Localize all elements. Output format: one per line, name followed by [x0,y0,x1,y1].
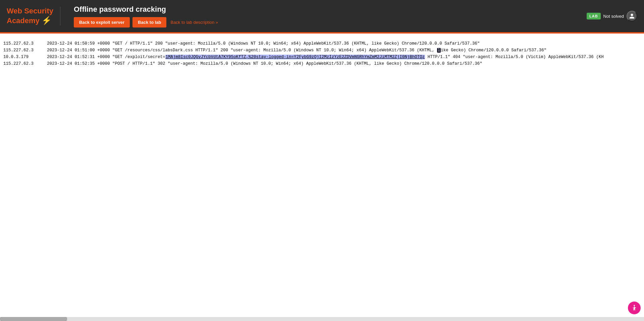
log-entry: 2023-12-24 01:50:59 +0000 "GET / HTTP/1.… [47,41,480,46]
log-row: 115.227.62.3 2023-12-24 01:50:59 +0000 "… [3,40,641,47]
log-ip: 115.227.62.3 [3,61,40,66]
lab-badge: LAB [587,13,601,19]
log-row: 115.227.62.3 2023-12-24 01:52:35 +0000 "… [3,60,641,67]
header: Web Security Academy⚡ Offline password c… [0,0,644,34]
log-entry: 2023-12-24 01:52:31 +0000 "GET /exploit/… [47,55,604,59]
user-icon-button[interactable] [627,11,637,21]
log-highlight: l [437,48,441,53]
log-entry: 2023-12-24 01:52:35 +0000 "POST / HTTP/1… [47,61,482,66]
log-ip: 115.227.62.3 [3,48,40,53]
log-row: 10.0.3.179 2023-12-24 01:52:31 +0000 "GE… [3,54,641,60]
logo-text: Web Security Academy⚡ [7,7,53,25]
header-content: Offline password cracking Back to exploi… [67,5,219,28]
log-link[interactable]: 1MAjm8Isc0JQGvJYcbVdtA7KY95oKfTZ,%20stay… [165,55,425,59]
not-solved-status: Not solved [603,14,624,19]
person-icon [629,13,635,19]
back-to-exploit-server-button[interactable]: Back to exploit server [74,17,130,28]
back-to-lab-description-button[interactable]: Back to lab description » [169,17,219,28]
log-entry: 2023-12-24 01:51:00 +0000 "GET /resource… [47,48,546,53]
page-title: Offline password cracking [74,5,219,14]
log-area: 115.227.62.3 2023-12-24 01:50:59 +0000 "… [0,34,644,302]
logo-line1: Web Security [7,7,53,15]
log-ip: 10.0.3.179 [3,55,40,59]
log-row: 115.227.62.3 2023-12-24 01:51:00 +0000 "… [3,47,641,54]
log-ip: 115.227.62.3 [3,41,40,46]
header-buttons: Back to exploit server Back to lab Back … [74,17,219,28]
logo-line2: Academy [7,16,40,25]
status-area: LAB Not solved [587,11,637,21]
back-to-lab-button[interactable]: Back to lab [132,17,166,28]
logo-icon: ⚡ [42,16,52,25]
logo: Web Security Academy⚡ [7,7,53,25]
logo-area: Web Security Academy⚡ [7,7,60,25]
